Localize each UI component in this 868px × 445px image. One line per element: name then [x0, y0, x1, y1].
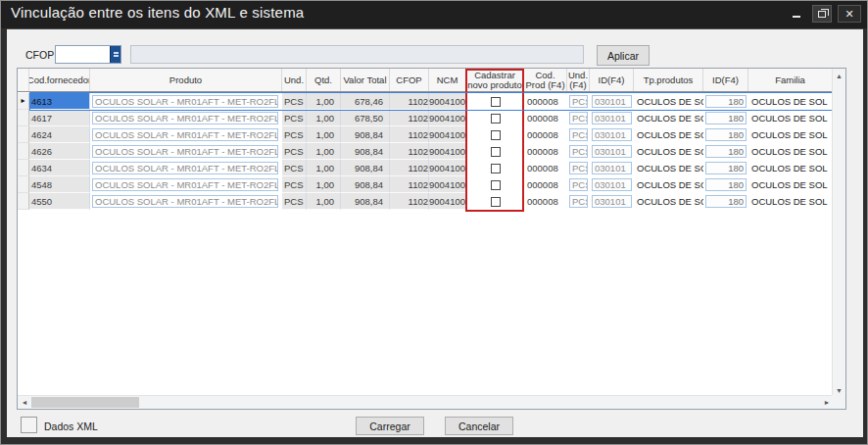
table-row[interactable]: 4624 OCULOS SOLAR - MR01AFT - MET-RO2FLA… — [18, 126, 833, 143]
cell-cfop[interactable]: 1102 — [390, 193, 429, 210]
cell-cfop[interactable]: 1102 — [390, 143, 429, 160]
cell-produto[interactable]: OCULOS SOLAR - MR01AFT - MET-RO2FLAT-BLA… — [90, 143, 282, 160]
cadastrar-checkbox[interactable] — [491, 164, 501, 173]
cell-und-f4[interactable]: PCS — [567, 176, 590, 193]
cell-cod-fornecedor[interactable]: 4634 — [29, 160, 90, 176]
cell-id-f4[interactable]: 030101 — [590, 110, 634, 126]
cell-qtd[interactable]: 1,00 — [307, 143, 341, 160]
aplicar-button[interactable]: Aplicar — [597, 45, 650, 66]
cell-id-f4[interactable]: 030101 — [590, 160, 634, 176]
cell-tp-produtos[interactable]: OCULOS DE SOL — [634, 176, 703, 193]
cell-und-f4[interactable]: PCS — [567, 160, 590, 176]
cell-ncm[interactable]: 90041000 — [429, 160, 466, 176]
cell-cod-prod-f4[interactable]: 000008 — [524, 160, 567, 176]
cell-cod-prod-f4[interactable]: 000008 — [524, 93, 567, 110]
cfop-input[interactable] — [55, 45, 121, 64]
cell-tp-produtos[interactable]: OCULOS DE SOL — [634, 193, 703, 210]
cell-und[interactable]: PCS — [282, 110, 307, 126]
cell-valor-total[interactable]: 678,50 — [341, 110, 390, 126]
cell-cod-fornecedor[interactable]: 4548 — [29, 176, 90, 193]
cancelar-button[interactable]: Cancelar — [445, 417, 513, 435]
scroll-up-icon[interactable]: ▲ — [833, 69, 845, 82]
horizontal-scrollbar[interactable]: ◄ ► — [18, 395, 834, 409]
cell-produto[interactable]: OCULOS SOLAR - MR01AFT - MET-RO2FLAT-BLA… — [90, 160, 282, 176]
cell-tp-produtos[interactable]: OCULOS DE SOL — [634, 143, 703, 160]
cell-familia[interactable]: OCULOS DE SOL — [748, 110, 833, 126]
cell-cod-fornecedor[interactable]: 4617 — [29, 110, 90, 126]
scroll-left-icon[interactable]: ◄ — [18, 396, 31, 409]
cell-produto[interactable]: OCULOS SOLAR - MR01AFT - MET-RO2FLAT-BLA… — [90, 176, 282, 193]
cell-und[interactable]: PCS — [282, 143, 307, 160]
cell-id2-f4[interactable]: 180 — [703, 110, 748, 126]
cell-qtd[interactable]: 1,00 — [307, 193, 341, 210]
table-row[interactable]: ▸ 4613 OCULOS SOLAR - MR01AFT - MET-RO2F… — [18, 93, 833, 110]
cell-ncm[interactable]: 90041000 — [429, 143, 466, 160]
carregar-button[interactable]: Carregar — [356, 417, 424, 435]
cadastrar-checkbox[interactable] — [491, 130, 501, 140]
cell-qtd[interactable]: 1,00 — [307, 160, 341, 176]
cell-id2-f4[interactable]: 180 — [703, 143, 748, 160]
cell-und-f4[interactable]: PCS — [567, 193, 590, 210]
cell-valor-total[interactable]: 908,84 — [341, 160, 390, 176]
cell-familia[interactable]: OCULOS DE SOL — [748, 143, 833, 160]
cell-cfop[interactable]: 1102 — [390, 110, 429, 126]
cell-produto[interactable]: OCULOS SOLAR - MR01AFT - MET-RO2FLAT-BLA… — [90, 126, 282, 143]
cell-qtd[interactable]: 1,00 — [307, 126, 341, 143]
horizontal-scroll-thumb[interactable] — [31, 397, 139, 408]
cell-ncm[interactable]: 90041000 — [429, 93, 466, 110]
cell-cod-fornecedor[interactable]: 4624 — [29, 126, 90, 143]
cell-cfop[interactable]: 1102 — [390, 126, 429, 143]
cell-und[interactable]: PCS — [282, 126, 307, 143]
cell-tp-produtos[interactable]: OCULOS DE SOL — [634, 126, 703, 143]
cell-familia[interactable]: OCULOS DE SOL — [748, 193, 833, 210]
cell-cod-prod-f4[interactable]: 000008 — [524, 176, 567, 193]
table-row[interactable]: 4634 OCULOS SOLAR - MR01AFT - MET-RO2FLA… — [18, 160, 833, 176]
cell-id2-f4[interactable]: 180 — [703, 193, 748, 210]
cadastrar-checkbox[interactable] — [491, 147, 501, 157]
cell-qtd[interactable]: 1,00 — [307, 110, 341, 126]
cell-familia[interactable]: OCULOS DE SOL — [748, 160, 833, 176]
cell-und-f4[interactable]: PCS — [567, 110, 590, 126]
cfop-lookup-button[interactable] — [110, 46, 121, 63]
dados-xml-checkbox[interactable] — [21, 417, 37, 433]
cell-qtd[interactable]: 1,00 — [307, 93, 341, 110]
table-row[interactable]: 4548 OCULOS SOLAR - MR01AFT - MET-RO2FLA… — [18, 176, 833, 193]
cell-cod-prod-f4[interactable]: 000008 — [524, 143, 567, 160]
cell-cfop[interactable]: 1102 — [390, 176, 429, 193]
cell-id2-f4[interactable]: 180 — [703, 93, 748, 110]
cell-id-f4[interactable]: 030101 — [590, 143, 634, 160]
cell-ncm[interactable]: 90041000 — [429, 110, 466, 126]
cell-tp-produtos[interactable]: OCULOS DE SOL — [634, 160, 703, 176]
cell-und[interactable]: PCS — [282, 160, 307, 176]
cell-und[interactable]: PCS — [282, 176, 307, 193]
cell-und-f4[interactable]: PCS — [567, 143, 590, 160]
cell-cfop[interactable]: 1102 — [390, 160, 429, 176]
cell-id2-f4[interactable]: 180 — [703, 160, 748, 176]
table-row[interactable]: 4617 OCULOS SOLAR - MR01AFT - MET-RO2FLA… — [18, 110, 833, 126]
cell-tp-produtos[interactable]: OCULOS DE SOL — [634, 93, 703, 110]
cell-id-f4[interactable]: 030101 — [590, 93, 634, 110]
cell-qtd[interactable]: 1,00 — [307, 176, 341, 193]
table-row[interactable]: 4550 OCULOS SOLAR - MR01AFT - MET-RO2FLA… — [18, 193, 833, 210]
cell-und-f4[interactable]: PCS — [567, 93, 590, 110]
cell-cod-prod-f4[interactable]: 000008 — [524, 110, 567, 126]
cell-valor-total[interactable]: 908,84 — [341, 176, 390, 193]
cell-und[interactable]: PCS — [282, 193, 307, 210]
cell-cod-fornecedor[interactable]: 4613 — [29, 93, 90, 110]
cadastrar-checkbox[interactable] — [491, 197, 501, 207]
cell-cod-prod-f4[interactable]: 000008 — [524, 126, 567, 143]
cell-id-f4[interactable]: 030101 — [590, 193, 634, 210]
cell-cfop[interactable]: 1102 — [390, 93, 429, 110]
cell-id2-f4[interactable]: 180 — [703, 176, 748, 193]
cell-cod-prod-f4[interactable]: 000008 — [524, 193, 567, 210]
cell-ncm[interactable]: 90041000 — [429, 126, 466, 143]
cell-valor-total[interactable]: 908,84 — [341, 143, 390, 160]
cell-produto[interactable]: OCULOS SOLAR - MR01AFT - MET-RO2FLAT-BLA… — [90, 193, 282, 210]
table-row[interactable]: 4626 OCULOS SOLAR - MR01AFT - MET-RO2FLA… — [18, 143, 833, 160]
cadastrar-checkbox[interactable] — [491, 180, 501, 190]
cell-cod-fornecedor[interactable]: 4626 — [29, 143, 90, 160]
cell-produto[interactable]: OCULOS SOLAR - MR01AFT - MET-RO2FLAT-BLA… — [90, 110, 282, 126]
cell-und-f4[interactable]: PCS — [567, 126, 590, 143]
vertical-scrollbar[interactable]: ▲ ▼ — [832, 69, 845, 397]
cell-produto[interactable]: OCULOS SOLAR - MR01AFT - MET-RO2FLAT-BLA… — [90, 93, 282, 110]
